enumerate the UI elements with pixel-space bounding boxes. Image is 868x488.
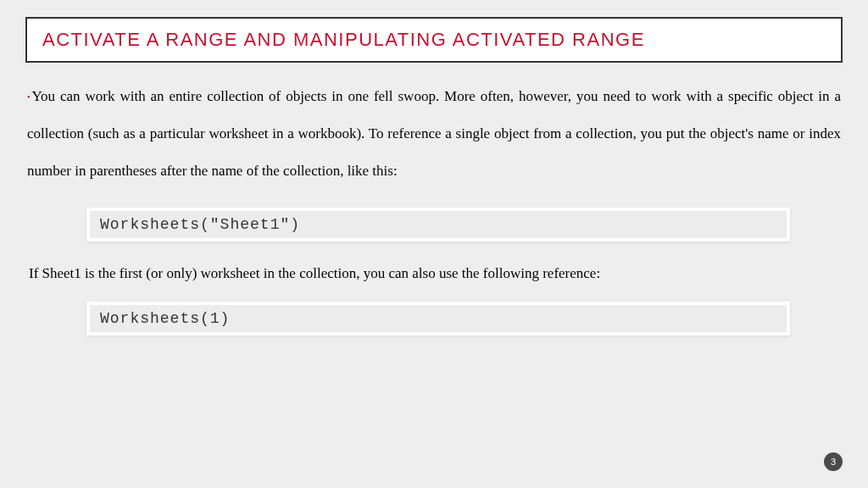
code-text-1: Worksheets("Sheet1") xyxy=(90,211,787,238)
page-title: ACTIVATE A RANGE AND MANIPULATING ACTIVA… xyxy=(42,29,826,51)
body-content: •You can work with an entire collection … xyxy=(25,78,843,336)
paragraph-text-1: You can work with an entire collection o… xyxy=(27,88,841,179)
followup-paragraph: If Sheet1 is the first (or only) workshe… xyxy=(27,262,841,285)
bullet-icon: • xyxy=(27,92,31,102)
code-text-2: Worksheets(1) xyxy=(90,305,787,332)
code-block-1: Worksheets("Sheet1") xyxy=(86,208,790,241)
code-block-2: Worksheets(1) xyxy=(86,302,790,336)
page-number-badge: 3 xyxy=(824,452,843,471)
page-number-text: 3 xyxy=(831,457,836,467)
title-box: ACTIVATE A RANGE AND MANIPULATING ACTIVA… xyxy=(25,17,843,63)
intro-paragraph: •You can work with an entire collection … xyxy=(27,78,841,191)
